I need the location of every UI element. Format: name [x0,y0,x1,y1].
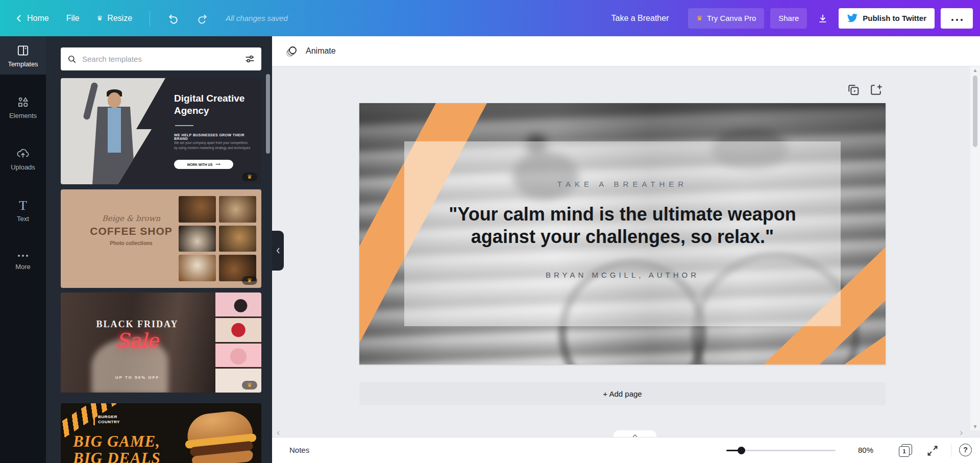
file-label: File [66,14,80,23]
template3-title: BLACK FRIDAY [61,319,214,330]
redo-icon [197,12,208,24]
ellipsis-icon [950,14,964,22]
pro-badge-icon: ♛ [242,276,257,285]
undo-icon [167,12,179,24]
help-button[interactable]: ? [959,444,972,456]
bottombar-divider [951,444,951,457]
animate-icon [285,44,299,58]
panel-collapse-button[interactable] [272,231,284,271]
template2-subtitle: Photo collections [75,240,187,246]
share-label: Share [778,14,799,22]
chevron-left-icon [276,247,281,254]
template1-title: Digital Creative Agency [174,92,251,117]
elements-icon [16,95,30,109]
template1-tagline: WE HELP BUSINESSES GROW THEIR BRAND [174,133,256,140]
resize-label: Resize [107,14,132,23]
templates-icon [16,44,30,57]
publish-label: Publish to Twitter [863,14,926,22]
download-icon [817,13,828,24]
zoom-slider[interactable] [726,450,836,451]
resize-button[interactable]: ♛ Resize [96,14,132,23]
filter-icon[interactable] [244,54,255,64]
template-coffee-shop[interactable]: Beige & brown COFFEE SHOP Photo collecti… [61,189,261,288]
template4-headline: BIG GAME, BIG DEALS [73,433,161,463]
back-chevron-icon [15,14,22,22]
undo-button[interactable] [167,12,179,24]
templates-panel: Digital Creative Agency WE HELP BUSINESS… [46,36,272,463]
template1-photo [61,78,178,184]
scroll-left-arrow[interactable]: ‹ [277,429,280,436]
share-button[interactable]: Share [770,8,807,29]
template-big-game-big-deals[interactable]: BURGER COUNTRY BIG GAME, BIG DEALS [61,403,261,463]
template3-offer: UP TO 50% OFF [61,375,214,380]
sidebar: Templates Elements Uploads T Text More [0,36,46,463]
search-icon [67,54,77,64]
sidebar-item-more[interactable]: More [0,242,46,277]
duplicate-page-icon[interactable] [846,83,861,97]
sidebar-label-text: Text [17,215,29,223]
pro-badge-icon: ♛ [242,381,257,389]
notes-button[interactable]: Notes [289,446,309,454]
panel-scrollbar[interactable] [266,74,270,154]
pro-badge-icon: ♛ [242,173,257,181]
more-dots-icon [17,255,29,263]
crown-icon: ♛ [96,15,103,21]
try-canva-pro-button[interactable]: ♛ Try Canva Pro [688,8,764,29]
redo-button[interactable] [197,12,208,24]
search-box [61,47,261,70]
template2-photo-grid [179,196,256,281]
search-input[interactable] [82,55,239,63]
scroll-down-arrow[interactable]: ▼ [970,424,980,429]
page-actions [846,83,883,97]
add-page-icon[interactable] [869,83,883,97]
twitter-icon [847,13,858,23]
sidebar-item-uploads[interactable]: Uploads [0,139,46,178]
scroll-right-arrow[interactable]: › [960,429,963,436]
design-page[interactable]: TAKE A BREATHER "Your calm mind is the u… [359,103,886,364]
page-number: 1 [899,446,910,457]
text-icon: T [0,199,46,213]
scroll-up-arrow[interactable]: ▲ [970,67,980,73]
template-black-friday-sale[interactable]: BLACK FRIDAY Sale UP TO 50% OFF ♛ [61,293,261,393]
animate-label: Animate [306,46,336,56]
template3-photo-strip [215,293,261,393]
template1-body: We set your company apart from your comp… [174,140,251,151]
toolbar-divider [150,11,150,26]
canvas-toolbar: Animate [272,36,980,66]
template1-cta: WORK WITH US⟶ [174,160,233,169]
page-list-button[interactable]: 1 [899,444,912,457]
template4-logo: BURGER COUNTRY [93,415,129,425]
vertical-scrollbar: ▲ ▼ [970,66,980,430]
template4-burger-photo [185,409,256,463]
fullscreen-icon[interactable] [926,445,939,457]
sidebar-label-templates: Templates [8,60,38,68]
sidebar-label-elements: Elements [9,112,37,119]
sidebar-item-text[interactable]: T Text [0,191,46,229]
template2-script: Beige & brown [85,214,177,223]
more-options-button[interactable] [941,8,973,29]
eyebrow-text[interactable]: TAKE A BREATHER [359,180,886,188]
template1-rule [175,125,193,126]
author-text[interactable]: BRYAN MCGILL, AUTHOR [359,271,886,279]
sidebar-item-templates[interactable]: Templates [0,36,46,75]
download-button[interactable] [813,8,832,29]
template2-title: COFFEE SHOP [75,225,187,237]
template3-sale-text: Sale [61,329,214,352]
zoom-slider-thumb[interactable] [738,447,745,454]
save-status: All changes saved [226,14,288,22]
sidebar-label-more: More [0,263,46,271]
animate-button[interactable]: Animate [285,44,336,58]
pro-crown-icon: ♛ [696,15,702,21]
bottom-status-bar: Notes 80% 1 ? [272,437,980,463]
publish-to-twitter-button[interactable]: Publish to Twitter [839,8,935,29]
sidebar-label-uploads: Uploads [11,163,35,171]
sidebar-item-elements[interactable]: Elements [0,88,46,126]
template-digital-creative-agency[interactable]: Digital Creative Agency WE HELP BUSINESS… [61,78,261,184]
top-toolbar: Home File ♛ Resize All changes saved Tak… [0,0,980,36]
file-menu-button[interactable]: File [66,14,80,23]
add-page-button[interactable]: + Add page [359,382,886,405]
vertical-scroll-thumb[interactable] [973,76,977,147]
quote-text[interactable]: "Your calm mind is the ultimate weapon a… [359,203,886,248]
document-title[interactable]: Take a Breather [611,14,669,23]
home-button[interactable]: Home [15,14,49,23]
